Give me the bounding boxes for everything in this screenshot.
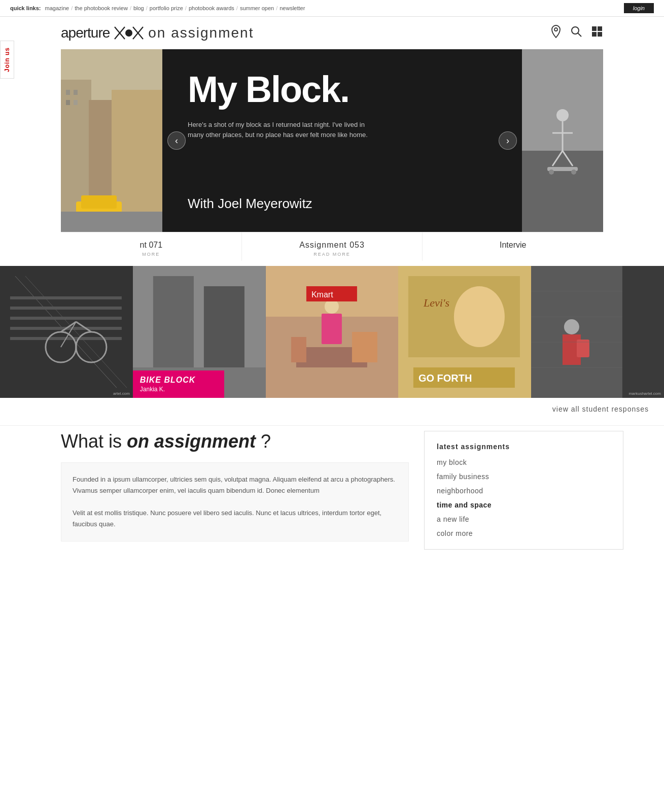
view-all-link[interactable]: view all student responses: [552, 405, 649, 413]
login-button[interactable]: login: [624, 3, 654, 13]
svg-rect-75: [622, 266, 664, 398]
latest-list-item-6[interactable]: color more: [437, 529, 611, 538]
svg-point-35: [571, 170, 576, 175]
latest-list-item-2[interactable]: family business: [437, 472, 611, 481]
feature-section: My Block. Here's a shot of my block as I…: [0, 49, 664, 261]
location-icon[interactable]: [550, 25, 562, 41]
latest-list-item-4[interactable]: time and space: [437, 500, 611, 510]
carousel-left-image: [61, 49, 162, 232]
search-icon[interactable]: [571, 26, 582, 40]
latest-link-neighborhood[interactable]: neighborhood: [437, 487, 483, 495]
latest-link-time-and-space[interactable]: time and space: [437, 501, 492, 509]
what-is-left: What is on assignment ? Founded in a ips…: [61, 431, 409, 542]
what-is-heading-end: ?: [261, 431, 271, 452]
svg-rect-41: [10, 307, 122, 310]
latest-link-family-business[interactable]: family business: [437, 472, 489, 481]
quick-link-magazine[interactable]: magazine: [45, 5, 69, 11]
photo-strip-item-4[interactable]: GO FORTH Levi's: [398, 266, 531, 398]
photo-attr-5: markushartel.com: [628, 391, 661, 396]
photo-author-2: Jankia K.: [140, 386, 217, 393]
top-bar: quick links: magazine / the photobook re…: [0, 0, 664, 17]
what-is-heading-em: on assignment: [127, 431, 256, 452]
photo-strip-item-3[interactable]: Kmart: [266, 266, 399, 398]
photo-attr-1: artel.com: [113, 391, 130, 396]
assignment-read-more-1[interactable]: MORE: [66, 252, 236, 257]
join-us-sidebar[interactable]: Join us: [0, 41, 14, 79]
latest-link-color-more[interactable]: color more: [437, 529, 473, 537]
svg-point-28: [556, 109, 569, 121]
assignment-label-2: Assignment 053 READ MORE: [242, 232, 423, 261]
quick-link-photobook-review[interactable]: the photobook review: [75, 5, 128, 11]
carousel-right-panel: [522, 49, 603, 232]
header-icons: [550, 25, 603, 41]
svg-text:Levi's: Levi's: [423, 296, 449, 309]
svg-rect-40: [10, 296, 122, 299]
svg-rect-19: [74, 100, 78, 105]
latest-link-my-block[interactable]: my block: [437, 458, 467, 466]
svg-rect-16: [66, 90, 70, 95]
svg-point-5: [554, 28, 557, 31]
svg-rect-24: [61, 212, 162, 232]
carousel-main-title: My Block.: [188, 70, 497, 110]
latest-list-item-5[interactable]: a new life: [437, 515, 611, 524]
photo-overlay-label-2: BIKE BLOCK Jankia K.: [133, 370, 224, 398]
latest-list-item-3[interactable]: neighborhood: [437, 486, 611, 495]
logo-area: aperture on assignment: [61, 25, 254, 41]
svg-text:Kmart: Kmart: [311, 290, 333, 299]
latest-assignments-title: latest assignments: [437, 443, 611, 451]
header: aperture on assignment: [0, 17, 664, 49]
quick-link-newsletter[interactable]: newsletter: [279, 5, 305, 11]
assignment-title-1: nt 071: [66, 241, 236, 250]
what-is-title: What is on assignment ?: [61, 431, 409, 452]
carousel-main-subtitle: With Joel Meyerowitz: [188, 196, 497, 212]
carousel-prev-button[interactable]: ‹: [167, 131, 186, 150]
grid-icon[interactable]: [591, 25, 603, 41]
carousel-main-panel: My Block. Here's a shot of my block as I…: [162, 49, 522, 232]
photo-strip-item-5[interactable]: markushartel.com: [531, 266, 664, 398]
photo-strip-item-2[interactable]: BIKE BLOCK Jankia K.: [133, 266, 266, 398]
svg-rect-62: [352, 332, 377, 362]
logo-icon: [114, 25, 144, 41]
photo-strip-item-1[interactable]: artel.com: [0, 266, 133, 398]
svg-rect-17: [74, 90, 78, 95]
on-assignment-text: on assignment: [148, 25, 254, 41]
svg-rect-11: [598, 32, 602, 37]
photo-title-2: BIKE BLOCK: [140, 376, 217, 385]
carousel-container: My Block. Here's a shot of my block as I…: [61, 49, 603, 232]
what-is-body-p2: Velit at est mollis tristique. Nunc posu…: [73, 507, 397, 530]
quick-link-photobook-awards[interactable]: photobook awards: [189, 5, 234, 11]
assignment-labels: nt 071 MORE Assignment 053 READ MORE Int…: [61, 232, 603, 261]
svg-rect-9: [598, 26, 602, 31]
assignment-title-3: Intervie: [428, 241, 598, 250]
latest-link-a-new-life[interactable]: a new life: [437, 515, 469, 523]
svg-rect-27: [522, 151, 603, 232]
latest-list-item-1[interactable]: my block: [437, 458, 611, 467]
svg-rect-18: [66, 100, 70, 105]
carousel-right-image: [522, 49, 603, 232]
latest-list: my block family business neighborhood ti…: [437, 458, 611, 538]
svg-point-2: [125, 29, 132, 37]
quick-link-blog[interactable]: blog: [133, 5, 144, 11]
assignment-read-more-2[interactable]: READ MORE: [247, 252, 417, 257]
svg-point-58: [324, 299, 338, 314]
assignment-title-2: Assignment 053: [247, 241, 417, 250]
what-is-heading-static: What is: [61, 431, 122, 452]
quick-link-portfolio-prize[interactable]: portfolio prize: [150, 5, 183, 11]
quick-link-summer-open[interactable]: summer open: [240, 5, 274, 11]
svg-point-68: [454, 286, 505, 347]
svg-point-76: [564, 319, 579, 334]
svg-rect-42: [10, 317, 122, 320]
svg-rect-8: [592, 26, 597, 31]
svg-rect-10: [592, 32, 597, 37]
view-all-bar: view all student responses: [0, 398, 664, 420]
section-divider: [0, 425, 664, 426]
svg-point-34: [549, 170, 554, 175]
carousel-next-button[interactable]: ›: [499, 131, 517, 150]
what-is-body-p1: Founded in a ipsum ullamcorper, ultricie…: [73, 474, 397, 496]
svg-rect-37: [0, 266, 133, 398]
svg-rect-61: [291, 337, 306, 362]
carousel-main-desc: Here's a shot of my block as I returned …: [188, 120, 370, 140]
quick-links: quick links: magazine / the photobook re…: [10, 5, 305, 11]
carousel-left-panel: [61, 49, 162, 232]
quick-links-label: quick links:: [10, 5, 41, 11]
